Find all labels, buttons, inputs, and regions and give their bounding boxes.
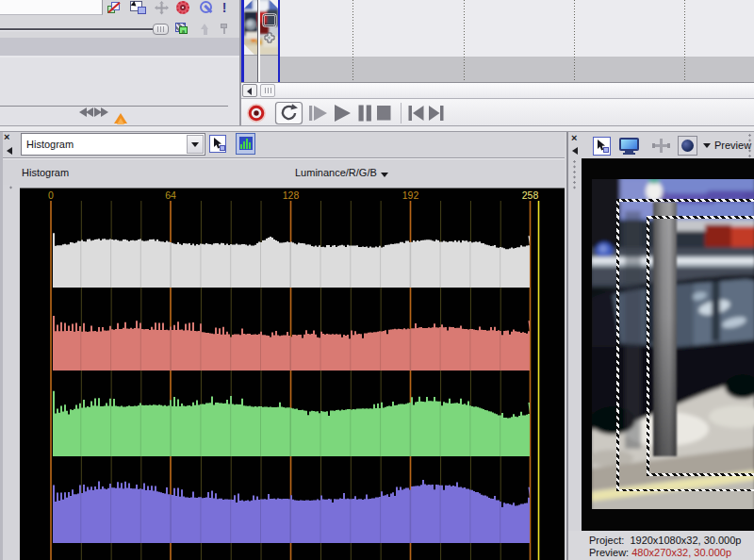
svg-text:128: 128 xyxy=(283,189,300,201)
svg-text:258: 258 xyxy=(522,189,539,201)
svg-text:0: 0 xyxy=(48,189,54,201)
svg-text:192: 192 xyxy=(402,189,419,201)
svg-text:64: 64 xyxy=(165,189,176,201)
